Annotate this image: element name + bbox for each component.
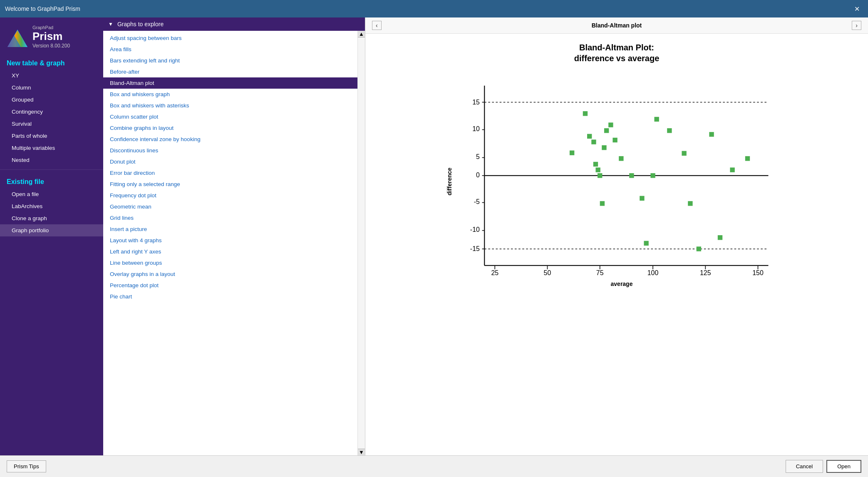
sidebar-item-xy[interactable]: XY — [0, 70, 103, 82]
preview-header: ‹ Bland-Altman plot › — [365, 17, 868, 34]
preview-title: Bland-Altman plot — [382, 22, 852, 29]
logo-area: GraphPad Prism Version 8.00.200 — [0, 17, 103, 55]
sidebar-item-clone-graph[interactable]: Clone a graph — [0, 212, 103, 224]
new-table-section-title: New table & graph — [0, 55, 103, 70]
cancel-button[interactable]: Cancel — [786, 460, 823, 473]
preview-forward-button[interactable]: › — [852, 21, 861, 30]
data-point-24 — [718, 235, 722, 240]
data-point-8 — [600, 201, 605, 206]
sidebar-divider — [0, 169, 103, 170]
sidebar-item-contingency[interactable]: Contingency — [0, 106, 103, 118]
graph-item-insert-picture[interactable]: Insert a picture — [103, 224, 357, 235]
graph-item-adjust-spacing[interactable]: Adjust spacing between bars — [103, 32, 357, 44]
y-tick-neg5: -5 — [474, 198, 480, 205]
chart-container: Bland-Altman Plot:difference vs average … — [446, 42, 787, 287]
graph-item-area-fills[interactable]: Area fills — [103, 44, 357, 55]
footer-right: Cancel Open — [786, 460, 861, 473]
sidebar-item-open-file[interactable]: Open a file — [0, 188, 103, 200]
x-tick-75: 75 — [596, 269, 604, 275]
graphpad-label: GraphPad — [32, 25, 70, 30]
x-tick-150: 150 — [752, 269, 764, 275]
prism-brand: Prism — [32, 30, 70, 43]
graph-item-line-between-groups[interactable]: Line between groups — [103, 257, 357, 268]
x-axis-label: average — [456, 281, 787, 287]
data-point-26 — [745, 156, 750, 161]
middle-panel: ▼ Graphs to explore Adjust spacing betwe… — [103, 17, 365, 455]
graph-item-box-whiskers-asterisks[interactable]: Box and whiskers with asterisks — [103, 100, 357, 111]
graph-item-before-after[interactable]: Before-after — [103, 66, 357, 77]
graph-item-grid-lines[interactable]: Grid lines — [103, 212, 357, 224]
graph-item-percentage-dot[interactable]: Percentage dot plot — [103, 280, 357, 291]
chart-title: Bland-Altman Plot:difference vs average — [446, 42, 787, 64]
graphs-to-explore-label: Graphs to explore — [117, 21, 164, 27]
y-tick-neg15: -15 — [470, 245, 480, 252]
title-bar-text: Welcome to GraphPad Prism — [5, 5, 80, 12]
graph-item-column-scatter[interactable]: Column scatter plot — [103, 111, 357, 122]
graph-item-geometric-mean[interactable]: Geometric mean — [103, 201, 357, 212]
sidebar-item-survival[interactable]: Survival — [0, 118, 103, 130]
data-point-2 — [583, 111, 588, 116]
data-point-20 — [682, 151, 686, 156]
preview-back-button[interactable]: ‹ — [372, 21, 382, 30]
sidebar-item-graph-portfolio[interactable]: Graph portfolio — [0, 224, 103, 236]
data-point-13 — [619, 156, 623, 161]
graph-item-bland-altman[interactable]: Bland-Altman plot — [103, 77, 357, 89]
data-point-25 — [730, 167, 734, 172]
sidebar-item-multiple-variables[interactable]: Multiple variables — [0, 142, 103, 154]
graph-item-box-whiskers[interactable]: Box and whiskers graph — [103, 89, 357, 100]
main-container: GraphPad Prism Version 8.00.200 New tabl… — [0, 17, 868, 455]
data-point-22 — [697, 246, 701, 251]
sidebar: GraphPad Prism Version 8.00.200 New tabl… — [0, 17, 103, 455]
data-point-15 — [640, 196, 644, 201]
graph-item-left-right-y[interactable]: Left and right Y axes — [103, 246, 357, 257]
graph-item-bars-extending[interactable]: Bars extending left and right — [103, 55, 357, 66]
y-tick-15: 15 — [472, 99, 480, 106]
data-point-16 — [644, 241, 648, 246]
graph-item-fitting-range[interactable]: Fitting only a selected range — [103, 179, 357, 190]
open-button[interactable]: Open — [826, 460, 861, 473]
x-tick-50: 50 — [544, 269, 551, 275]
graphs-to-explore-header: ▼ Graphs to explore — [103, 17, 365, 31]
x-tick-100: 100 — [647, 269, 659, 275]
data-point-7 — [598, 173, 602, 178]
sidebar-item-grouped[interactable]: Grouped — [0, 94, 103, 106]
graph-item-confidence-interval[interactable]: Confidence interval zone by hooking — [103, 134, 357, 145]
bland-altman-chart: 15 10 5 0 -5 -10 -15 — [456, 76, 787, 275]
graphs-list[interactable]: Adjust spacing between bars Area fills B… — [103, 31, 357, 455]
prism-tips-button[interactable]: Prism Tips — [7, 460, 46, 472]
graph-item-frequency-dot[interactable]: Frequency dot plot — [103, 190, 357, 201]
close-button[interactable]: ✕ — [851, 3, 863, 15]
y-tick-0: 0 — [476, 171, 480, 179]
sidebar-item-parts-of-whole[interactable]: Parts of whole — [0, 130, 103, 142]
expand-arrow-icon: ▼ — [108, 21, 113, 27]
existing-file-section-title: Existing file — [0, 173, 103, 188]
version-label: Version 8.00.200 — [32, 43, 70, 49]
data-point-10 — [604, 128, 609, 133]
data-point-6 — [595, 167, 600, 172]
graph-item-layout-4-graphs[interactable]: Layout with 4 graphs — [103, 235, 357, 246]
graph-item-error-bar[interactable]: Error bar direction — [103, 167, 357, 179]
data-point-11 — [608, 122, 613, 127]
preview-panel: ‹ Bland-Altman plot › Bland-Altman Plot:… — [365, 17, 868, 455]
data-point-23 — [709, 132, 714, 137]
sidebar-item-nested[interactable]: Nested — [0, 154, 103, 166]
data-point-21 — [688, 201, 692, 206]
data-point-1 — [570, 151, 574, 155]
chart-inner: 15 10 5 0 -5 -10 -15 — [456, 76, 787, 287]
y-tick-10: 10 — [472, 125, 480, 132]
graphpad-logo-icon — [7, 26, 28, 48]
graph-item-discontinuous-lines[interactable]: Discontinuous lines — [103, 145, 357, 156]
list-scroll-up[interactable]: ▲ — [358, 31, 365, 37]
graph-item-pie-chart[interactable]: Pie chart — [103, 291, 357, 302]
graph-item-donut-plot[interactable]: Donut plot — [103, 156, 357, 167]
data-point-19 — [667, 128, 672, 133]
graph-item-overlay-graphs[interactable]: Overlay graphs in a layout — [103, 268, 357, 280]
list-scroll-down[interactable]: ▼ — [358, 449, 365, 455]
y-tick-neg10: -10 — [470, 226, 480, 233]
sidebar-item-labarchives[interactable]: LabArchives — [0, 200, 103, 212]
graph-item-combine-graphs[interactable]: Combine graphs in layout — [103, 122, 357, 134]
x-tick-125: 125 — [700, 269, 711, 275]
x-tick-25: 25 — [491, 269, 498, 275]
sidebar-item-column[interactable]: Column — [0, 82, 103, 94]
y-axis-label: difference — [446, 76, 453, 287]
